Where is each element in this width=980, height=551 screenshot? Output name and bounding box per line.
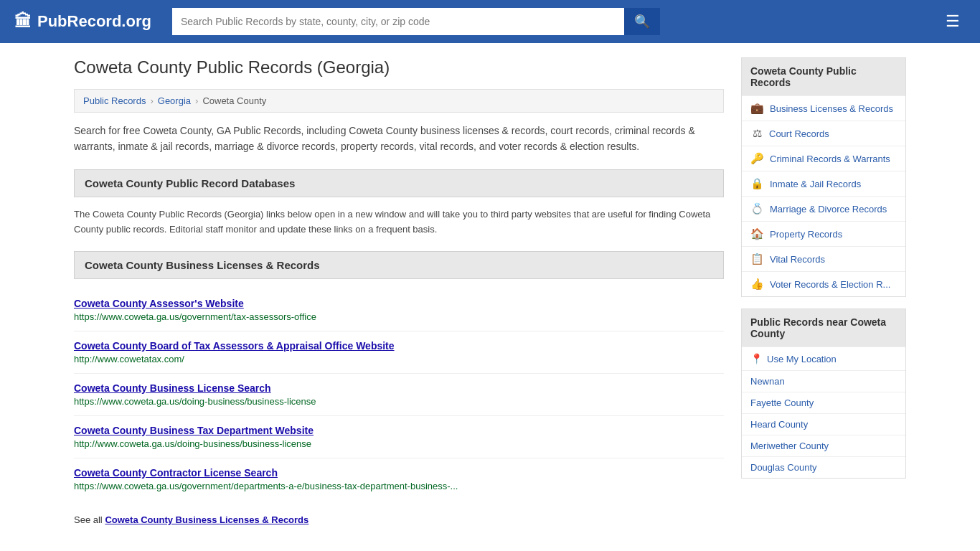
record-url[interactable]: http://www.cowetatax.com/ — [74, 354, 724, 364]
search-input[interactable] — [172, 8, 624, 35]
record-title[interactable]: Coweta County Business License Search — [74, 382, 724, 394]
header: 🏛 PubRecord.org 🔍 ☰ — [0, 0, 980, 43]
sidebar-item-5[interactable]: 🏠 Property Records — [742, 221, 905, 246]
sidebar-icon-1: ⚖ — [750, 127, 763, 140]
record-title[interactable]: Coweta County Business Tax Department We… — [74, 425, 724, 436]
sidebar-item-0[interactable]: 💼 Business Licenses & Records — [742, 95, 905, 121]
logo-text: PubRecord.org — [37, 12, 151, 31]
record-entry: Coweta County Business Tax Department We… — [74, 416, 724, 458]
search-button[interactable]: 🔍 — [624, 8, 660, 35]
record-title[interactable]: Coweta County Board of Tax Assessors & A… — [74, 340, 724, 352]
sidebar-icon-0: 💼 — [750, 102, 764, 115]
sidebar-item-label-1: Court Records — [769, 128, 829, 139]
search-form: 🔍 — [172, 8, 660, 35]
sidebar-item-label-5: Property Records — [770, 229, 842, 240]
breadcrumb-home[interactable]: Public Records — [83, 95, 146, 106]
sidebar-item-4[interactable]: 💍 Marriage & Divorce Records — [742, 196, 905, 221]
use-location[interactable]: 📍 Use My Location — [742, 347, 905, 370]
see-all: See all Coweta County Business Licenses … — [74, 507, 724, 525]
sidebar-item-label-6: Vital Records — [770, 254, 825, 265]
page-title: Coweta County Public Records (Georgia) — [74, 57, 724, 77]
record-entry: Coweta County Business License Search ht… — [74, 374, 724, 416]
breadcrumb-sep-2: › — [195, 95, 198, 106]
breadcrumb: Public Records › Georgia › Coweta County — [74, 89, 724, 113]
main-container: Coweta County Public Records (Georgia) P… — [60, 43, 920, 540]
sidebar-item-6[interactable]: 📋 Vital Records — [742, 246, 905, 271]
nearby-title: Public Records near Coweta County — [742, 309, 905, 347]
record-entry: Coweta County Board of Tax Assessors & A… — [74, 331, 724, 374]
sidebar-items: 💼 Business Licenses & Records ⚖ Court Re… — [742, 95, 905, 296]
county-records-title: Coweta County Public Records — [742, 58, 905, 95]
record-title[interactable]: Coweta County Assessor's Website — [74, 298, 724, 309]
sidebar-item-1[interactable]: ⚖ Court Records — [742, 121, 905, 146]
sidebar-icon-7: 👍 — [750, 278, 764, 291]
nearby-item-0[interactable]: Newnan — [742, 370, 905, 392]
sidebar-item-2[interactable]: 🔑 Criminal Records & Warrants — [742, 146, 905, 171]
nearby-item-2[interactable]: Heard County — [742, 413, 905, 435]
record-title[interactable]: Coweta County Contractor License Search — [74, 467, 724, 479]
intro-text: Search for free Coweta County, GA Public… — [74, 123, 724, 155]
record-entry: Coweta County Assessor's Website https:/… — [74, 289, 724, 331]
record-url[interactable]: https://www.coweta.ga.us/government/tax-… — [74, 311, 724, 322]
sidebar-icon-3: 🔒 — [750, 177, 764, 190]
logo[interactable]: 🏛 PubRecord.org — [14, 11, 158, 32]
menu-button[interactable]: ☰ — [940, 9, 966, 34]
databases-desc: The Coweta County Public Records (Georgi… — [74, 207, 724, 237]
search-icon: 🔍 — [634, 14, 650, 29]
business-header: Coweta County Business Licenses & Record… — [74, 251, 724, 279]
record-url[interactable]: https://www.coweta.ga.us/doing-business/… — [74, 396, 724, 407]
sidebar-item-7[interactable]: 👍 Voter Records & Election R... — [742, 271, 905, 296]
see-all-label: See all — [74, 514, 103, 525]
sidebar-item-label-4: Marriage & Divorce Records — [770, 204, 887, 215]
sidebar-icon-4: 💍 — [750, 202, 764, 215]
nearby-section: Public Records near Coweta County 📍 Use … — [741, 309, 906, 479]
breadcrumb-county: Coweta County — [202, 95, 266, 106]
databases-header: Coweta County Public Record Databases — [74, 169, 724, 197]
content: Coweta County Public Records (Georgia) P… — [74, 57, 724, 525]
see-all-link[interactable]: Coweta County Business Licenses & Record… — [105, 514, 308, 525]
use-location-label: Use My Location — [767, 354, 837, 364]
record-entry: Coweta County Contractor License Search … — [74, 458, 724, 500]
sidebar-item-3[interactable]: 🔒 Inmate & Jail Records — [742, 171, 905, 196]
records-list: Coweta County Assessor's Website https:/… — [74, 289, 724, 500]
sidebar-icon-5: 🏠 — [750, 227, 764, 240]
nearby-item-4[interactable]: Douglas County — [742, 456, 905, 478]
sidebar-icon-6: 📋 — [750, 253, 764, 265]
nearby-places: NewnanFayette CountyHeard CountyMeriweth… — [742, 370, 905, 478]
county-records-section: Coweta County Public Records 💼 Business … — [741, 57, 906, 297]
sidebar-item-label-7: Voter Records & Election R... — [770, 279, 890, 290]
sidebar-item-label-3: Inmate & Jail Records — [770, 179, 861, 189]
sidebar: Coweta County Public Records 💼 Business … — [741, 57, 906, 525]
breadcrumb-state[interactable]: Georgia — [158, 95, 191, 106]
sidebar-item-label-2: Criminal Records & Warrants — [770, 154, 890, 164]
sidebar-icon-2: 🔑 — [750, 152, 764, 165]
nearby-item-1[interactable]: Fayette County — [742, 392, 905, 413]
record-url[interactable]: https://www.coweta.ga.us/government/depa… — [74, 481, 724, 491]
sidebar-item-label-0: Business Licenses & Records — [770, 103, 893, 114]
record-url[interactable]: http://www.coweta.ga.us/doing-business/b… — [74, 438, 724, 449]
location-icon: 📍 — [750, 353, 763, 364]
logo-icon: 🏛 — [14, 11, 32, 32]
nearby-item-3[interactable]: Meriwether County — [742, 435, 905, 456]
breadcrumb-sep-1: › — [150, 95, 153, 106]
